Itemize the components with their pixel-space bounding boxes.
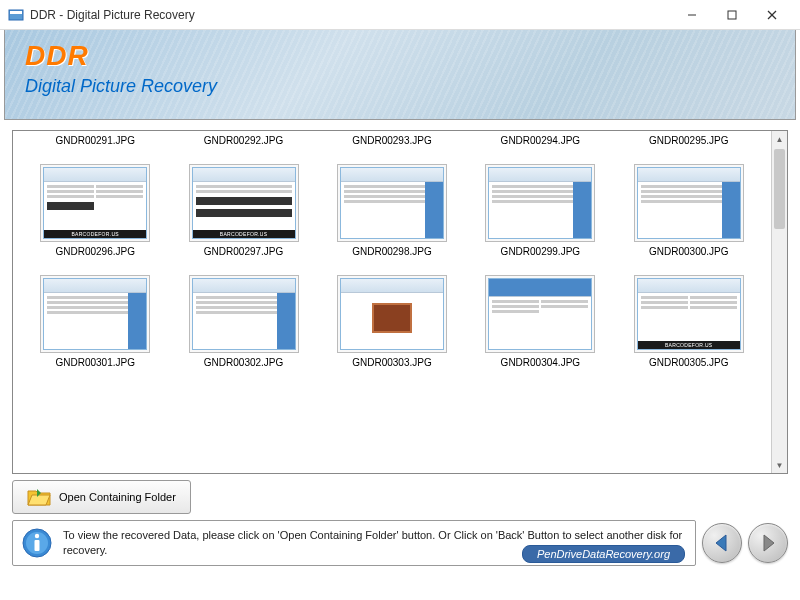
button-label: Open Containing Folder: [59, 491, 176, 503]
info-box: To view the recovered Data, please click…: [12, 520, 696, 566]
scrollbar-thumb[interactable]: [774, 149, 785, 229]
file-thumbnail: BARCODEFOR.US: [40, 164, 150, 242]
header-subtitle: Digital Picture Recovery: [25, 76, 775, 97]
file-item[interactable]: BARCODEFOR.US GNDR00296.JPG: [30, 164, 160, 257]
file-name: GNDR00302.JPG: [179, 357, 309, 368]
file-name: GNDR00299.JPG: [475, 246, 605, 257]
file-name: GNDR00303.JPG: [327, 357, 457, 368]
file-thumbnail: [337, 275, 447, 353]
file-item[interactable]: GNDR00293.JPG: [327, 135, 457, 146]
forward-button[interactable]: [748, 523, 788, 563]
file-item[interactable]: GNDR00292.JPG: [179, 135, 309, 146]
file-thumbnail: [634, 164, 744, 242]
file-name: GNDR00292.JPG: [179, 135, 309, 146]
maximize-button[interactable]: [712, 1, 752, 29]
file-name: GNDR00301.JPG: [30, 357, 160, 368]
file-thumbnail: [485, 275, 595, 353]
scroll-down-icon[interactable]: ▼: [772, 457, 787, 473]
file-item[interactable]: GNDR00298.JPG: [327, 164, 457, 257]
svg-rect-9: [35, 540, 40, 551]
file-grid[interactable]: GNDR00291.JPG GNDR00292.JPG GNDR00293.JP…: [13, 131, 771, 473]
file-name: GNDR00304.JPG: [475, 357, 605, 368]
file-item[interactable]: GNDR00294.JPG: [475, 135, 605, 146]
file-item[interactable]: GNDR00302.JPG: [179, 275, 309, 368]
folder-icon: [27, 487, 51, 507]
file-item[interactable]: BARCODEFOR.US GNDR00305.JPG: [624, 275, 754, 368]
open-containing-folder-button[interactable]: Open Containing Folder: [12, 480, 191, 514]
scroll-up-icon[interactable]: ▲: [772, 131, 787, 147]
file-thumbnail: [485, 164, 595, 242]
arrow-right-icon: [756, 531, 780, 555]
svg-rect-1: [10, 11, 22, 14]
file-item[interactable]: GNDR00299.JPG: [475, 164, 605, 257]
header-banner: DDR Digital Picture Recovery: [4, 30, 796, 120]
file-name: GNDR00295.JPG: [624, 135, 754, 146]
watermark: PenDriveDataRecovery.org: [522, 545, 685, 563]
file-name: GNDR00298.JPG: [327, 246, 457, 257]
window-title: DDR - Digital Picture Recovery: [30, 8, 672, 22]
file-item[interactable]: GNDR00295.JPG: [624, 135, 754, 146]
file-row: GNDR00291.JPG GNDR00292.JPG GNDR00293.JP…: [21, 135, 763, 146]
scrollbar[interactable]: ▲ ▼: [771, 131, 787, 473]
app-icon: [8, 7, 24, 23]
file-name: GNDR00291.JPG: [30, 135, 160, 146]
file-name: GNDR00296.JPG: [30, 246, 160, 257]
arrow-left-icon: [710, 531, 734, 555]
back-button[interactable]: [702, 523, 742, 563]
file-name: GNDR00300.JPG: [624, 246, 754, 257]
content-area: GNDR00291.JPG GNDR00292.JPG GNDR00293.JP…: [12, 130, 788, 514]
file-thumbnail: BARCODEFOR.US: [634, 275, 744, 353]
file-name: GNDR00305.JPG: [624, 357, 754, 368]
file-item[interactable]: GNDR00304.JPG: [475, 275, 605, 368]
file-name: GNDR00293.JPG: [327, 135, 457, 146]
minimize-button[interactable]: [672, 1, 712, 29]
file-thumbnail: [40, 275, 150, 353]
file-name: GNDR00297.JPG: [179, 246, 309, 257]
svg-rect-3: [728, 11, 736, 19]
file-thumbnail: [337, 164, 447, 242]
file-item[interactable]: GNDR00303.JPG: [327, 275, 457, 368]
footer: To view the recovered Data, please click…: [12, 520, 788, 566]
file-row: BARCODEFOR.US GNDR00296.JPG BARCODEFOR.U…: [21, 164, 763, 257]
file-pane: GNDR00291.JPG GNDR00292.JPG GNDR00293.JP…: [12, 130, 788, 474]
titlebar: DDR - Digital Picture Recovery: [0, 0, 800, 30]
svg-point-8: [35, 534, 39, 538]
window-controls: [672, 1, 792, 29]
close-button[interactable]: [752, 1, 792, 29]
file-item[interactable]: GNDR00300.JPG: [624, 164, 754, 257]
file-row: GNDR00301.JPG GNDR00302.JPG GNDR00303.JP…: [21, 275, 763, 368]
file-item[interactable]: GNDR00291.JPG: [30, 135, 160, 146]
file-thumbnail: BARCODEFOR.US: [189, 164, 299, 242]
logo-text: DDR: [25, 40, 775, 72]
file-thumbnail: [189, 275, 299, 353]
file-item[interactable]: BARCODEFOR.US GNDR00297.JPG: [179, 164, 309, 257]
info-icon: [21, 527, 53, 559]
file-name: GNDR00294.JPG: [475, 135, 605, 146]
action-row: Open Containing Folder: [12, 480, 788, 514]
file-item[interactable]: GNDR00301.JPG: [30, 275, 160, 368]
